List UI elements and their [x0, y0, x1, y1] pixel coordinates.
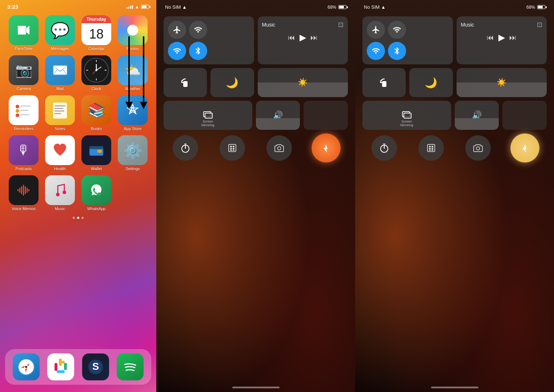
do-not-disturb-button-1[interactable]: 🌙 — [210, 68, 254, 97]
photos-gradient — [118, 15, 148, 45]
app-item-clock[interactable]: Clock — [80, 55, 113, 91]
volume-slider-1[interactable]: 🔊 — [256, 101, 300, 130]
airplane-mode-button-1[interactable] — [168, 21, 186, 39]
timer-button-2[interactable] — [372, 135, 397, 161]
svg-rect-71 — [233, 148, 234, 149]
flashlight-button-2-lit[interactable] — [510, 133, 539, 163]
next-track-button-2[interactable]: ⏭ — [509, 33, 517, 42]
books-icon[interactable]: 📚 — [81, 95, 111, 125]
cc-status-bar-2: No SIM ▲ 68% — [355, 0, 554, 13]
brightness-slider-1[interactable]: ☀️ — [258, 68, 348, 97]
podcasts-icon[interactable]: 🎙 — [9, 135, 39, 165]
timer-button-1[interactable] — [173, 135, 198, 161]
calculator-button-1[interactable] — [220, 135, 245, 161]
settings-icon[interactable]: ⚙️ — [118, 135, 148, 165]
bluetooth-button-1[interactable] — [189, 42, 207, 60]
dock-slack[interactable] — [47, 353, 74, 380]
svg-rect-84 — [431, 146, 433, 147]
app-item-settings[interactable]: ⚙️ Settings — [116, 135, 149, 171]
app-item-health[interactable]: Health — [44, 135, 76, 171]
signal-button-2[interactable] — [388, 21, 406, 39]
prev-track-button-1[interactable]: ⏮ — [288, 33, 295, 42]
safari-icon[interactable] — [13, 353, 40, 380]
rotation-lock-button-1[interactable] — [164, 68, 207, 97]
health-icon[interactable] — [45, 135, 75, 165]
dock-shazam[interactable]: S — [82, 353, 109, 380]
messages-icon[interactable]: 💬 — [45, 15, 75, 45]
app-item-facetime[interactable]: FaceTime — [7, 15, 40, 51]
brightness-slider-2[interactable]: ☀️ — [457, 68, 547, 97]
screen-mirroring-button-1[interactable]: ScreenMirroring — [164, 101, 252, 130]
calendar-icon[interactable]: Thursday 18 — [81, 15, 111, 45]
facetime-label: FaceTime — [15, 47, 33, 51]
app-item-notes[interactable]: Notes — [44, 95, 76, 131]
airplay-icon-1[interactable]: ⊡ — [338, 21, 344, 29]
notes-icon[interactable] — [45, 95, 75, 125]
app-item-reminders[interactable]: Reminders — [7, 95, 40, 131]
facetime-icon[interactable] — [9, 15, 39, 45]
shazam-icon[interactable]: S — [82, 353, 109, 380]
whatsapp-icon[interactable] — [81, 175, 111, 205]
reminders-icon[interactable] — [9, 95, 39, 125]
dock-spotify[interactable] — [117, 353, 144, 380]
health-label: Health — [54, 167, 66, 171]
dock-safari[interactable] — [13, 353, 40, 380]
app-item-appstore[interactable]: A App Store — [116, 95, 149, 131]
app-item-voicememos[interactable]: Voice Memos — [7, 175, 40, 211]
app-item-mail[interactable]: ✉️ Mail — [44, 55, 76, 91]
slack-icon[interactable] — [47, 353, 74, 380]
cc-row4-2 — [362, 133, 547, 163]
app-item-calendar[interactable]: Thursday 18 Calendar — [80, 15, 113, 51]
volume-slider-2[interactable]: 🔊 — [455, 101, 499, 130]
camera-shortcut-button-2[interactable] — [465, 135, 491, 161]
appstore-icon[interactable]: A — [118, 95, 148, 125]
cc-battery-icon-1 — [338, 5, 346, 9]
app-item-photos[interactable]: Photos — [116, 15, 149, 51]
app-item-books[interactable]: 📚 Books — [80, 95, 113, 131]
screen-mirroring-button-2[interactable]: ScreenMirroring — [362, 101, 451, 130]
cc-battery-pct-1: 68% — [328, 5, 336, 10]
clock-icon[interactable] — [81, 55, 111, 85]
app-item-weather[interactable]: ⛅ Weather — [116, 55, 149, 91]
svg-text:S: S — [92, 361, 99, 372]
page-dot-3 — [81, 217, 84, 219]
app-item-camera[interactable]: 📷 Camera — [7, 55, 40, 91]
airplay-icon-2[interactable]: ⊡ — [537, 21, 542, 29]
wallet-icon[interactable] — [81, 135, 111, 165]
extra-tile-2[interactable] — [502, 101, 547, 130]
app-item-whatsapp[interactable]: WhatsApp — [80, 175, 113, 211]
app-item-messages[interactable]: 💬 Messages — [44, 15, 76, 51]
control-center-panel-2: No SIM ▲ 68% — [355, 0, 554, 392]
calculator-button-2[interactable] — [418, 135, 444, 161]
flashlight-button-1[interactable] — [312, 133, 341, 163]
airplane-mode-button-2[interactable] — [367, 21, 385, 39]
extra-tile-1[interactable] — [304, 101, 348, 130]
wifi-button-1[interactable] — [168, 42, 186, 60]
mail-icon[interactable]: ✉️ — [45, 55, 75, 85]
do-not-disturb-button-2[interactable]: 🌙 — [409, 68, 453, 97]
spotify-icon[interactable] — [117, 353, 144, 380]
camera-icon[interactable]: 📷 — [9, 55, 39, 85]
play-button-2[interactable]: ▶ — [498, 32, 505, 43]
photos-icon[interactable] — [118, 15, 148, 45]
svg-rect-77 — [404, 113, 411, 118]
prev-track-button-2[interactable]: ⏮ — [487, 33, 494, 42]
voicememos-icon[interactable] — [9, 175, 39, 205]
play-button-1[interactable]: ▶ — [300, 32, 306, 43]
wifi-button-2[interactable] — [367, 42, 385, 60]
screen-mirroring-label-2: ScreenMirroring — [362, 120, 451, 127]
cc-music-widget-1: Music ⊡ ⏮ ▶ ⏭ — [258, 16, 348, 64]
music-icon[interactable] — [45, 175, 75, 205]
next-track-button-1[interactable]: ⏭ — [310, 33, 318, 42]
signal-button-1[interactable] — [189, 21, 207, 39]
rotation-lock-button-2[interactable] — [362, 68, 406, 97]
svg-point-74 — [278, 147, 281, 150]
bluetooth-button-2[interactable] — [388, 42, 406, 60]
cc-content-2: Music ⊡ ⏮ ▶ ⏭ 🌙 ☀️ — [355, 13, 554, 166]
cc-conn-bottom-1 — [168, 42, 250, 60]
camera-shortcut-button-1[interactable] — [266, 135, 292, 161]
app-item-wallet[interactable]: Wallet — [80, 135, 113, 171]
app-item-podcasts[interactable]: 🎙 Podcasts — [7, 135, 40, 171]
app-item-music[interactable]: Music — [44, 175, 76, 211]
weather-icon[interactable]: ⛅ — [118, 55, 148, 85]
